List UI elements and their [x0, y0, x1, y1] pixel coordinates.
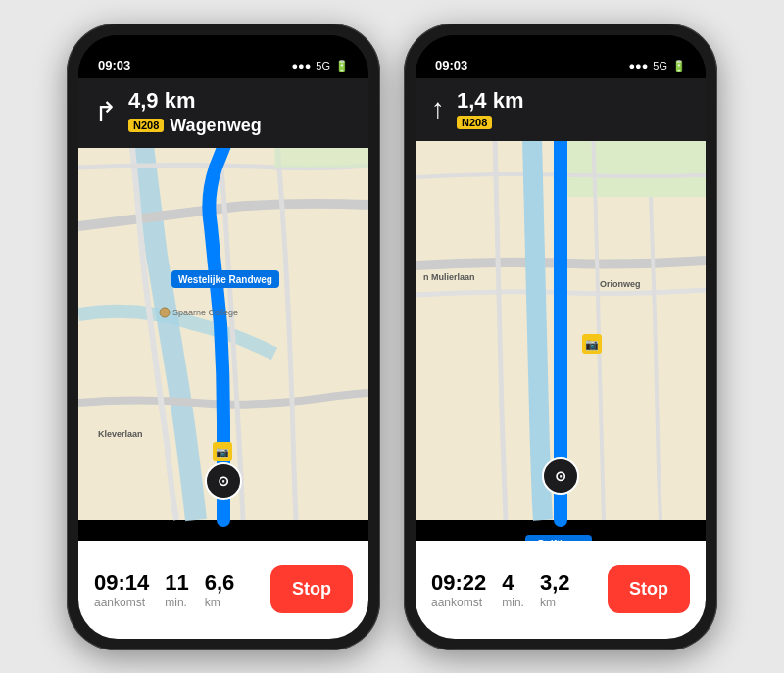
arrival-label-2: aankomst	[431, 596, 482, 609]
eta-group-1: 09:14 aankomst 11 min. 6,6 km	[94, 570, 270, 609]
eta-distance-2: 3,2 km	[540, 570, 570, 609]
svg-text:Westelijke Randweg: Westelijke Randweg	[178, 274, 272, 285]
road-name-1: Wagenweg	[170, 116, 261, 136]
phone-2: 09:03 ●●● 5G 🔋 ↑ 1,4 km N208	[404, 24, 717, 650]
eta-group-2: 09:22 aankomst 4 min. 3,2 km	[431, 570, 608, 609]
nav-distance-1: 4,9 km	[128, 88, 353, 114]
svg-text:Orionweg: Orionweg	[600, 279, 641, 289]
nav-distance-2: 1,4 km	[457, 88, 690, 114]
network-type-2: 5G	[653, 60, 667, 72]
signal-bars-1: ●●●	[291, 60, 311, 72]
minutes-label-1: min.	[165, 596, 187, 609]
status-icons-2: ●●● 5G 🔋	[628, 60, 686, 72]
svg-text:📷: 📷	[585, 337, 599, 351]
stop-button-1[interactable]: Stop	[270, 565, 353, 613]
distance-value-1: 6,6	[205, 570, 235, 596]
battery-icon-2: 🔋	[672, 60, 686, 72]
nav-info-2: 1,4 km N208	[457, 88, 690, 129]
svg-text:n Mulierlaan: n Mulierlaan	[423, 272, 475, 282]
svg-text:Spaarne College: Spaarne College	[172, 308, 238, 317]
distance-value-2: 3,2	[540, 570, 570, 596]
nav-road-row-2: N208	[457, 116, 690, 129]
nav-road-row-1: N208 Wagenweg	[128, 116, 353, 136]
distance-label-2: km	[540, 596, 556, 609]
eta-minutes-2: 4 min.	[502, 570, 524, 609]
nav-header-1: ↱ 4,9 km N208 Wagenweg	[78, 78, 368, 148]
notch-2	[492, 35, 629, 63]
nav-info-1: 4,9 km N208 Wagenweg	[128, 88, 353, 136]
stop-button-2[interactable]: Stop	[608, 565, 690, 613]
arrival-time-1: 09:14	[94, 570, 149, 596]
road-badge-1: N208	[128, 119, 164, 132]
svg-text:⊙: ⊙	[555, 468, 566, 484]
status-time-1: 09:03	[98, 58, 130, 72]
nav-header-2: ↑ 1,4 km N208	[416, 78, 706, 141]
notch-1	[155, 35, 292, 63]
signal-bars-2: ●●●	[628, 60, 648, 72]
eta-arrival-1: 09:14 aankomst	[94, 570, 149, 609]
status-icons-1: ●●● 5G 🔋	[291, 60, 349, 72]
map-area-2: ⊙ 📷 n Mulierlaan Orionweg Delftlaan NO	[416, 78, 706, 541]
distance-label-1: km	[205, 596, 220, 609]
svg-point-8	[160, 308, 170, 317]
status-time-2: 09:03	[435, 58, 467, 72]
direction-arrow-2: ↑	[431, 93, 445, 124]
eta-distance-1: 6,6 km	[205, 570, 235, 609]
battery-icon-1: 🔋	[335, 60, 349, 72]
minutes-label-2: min.	[502, 596, 524, 609]
network-type-1: 5G	[316, 60, 330, 72]
direction-arrow-1: ↱	[94, 96, 117, 128]
minutes-value-2: 4	[502, 570, 514, 596]
eta-arrival-2: 09:22 aankomst	[431, 570, 486, 609]
svg-text:Kleverlaan: Kleverlaan	[98, 429, 143, 439]
phone-1: 09:03 ●●● 5G 🔋 ↱ 4,9 km N208 Wagenweg	[67, 24, 380, 650]
eta-minutes-1: 11 min.	[165, 570, 188, 609]
minutes-value-1: 11	[165, 570, 188, 596]
nav-bottom-2: 09:22 aankomst 4 min. 3,2 km Stop	[416, 541, 706, 639]
svg-text:📷: 📷	[216, 445, 229, 458]
svg-text:⊙: ⊙	[218, 473, 229, 489]
nav-bottom-1: 09:14 aankomst 11 min. 6,6 km Stop	[78, 541, 368, 639]
road-badge-2: N208	[457, 116, 492, 129]
arrival-time-2: 09:22	[431, 570, 486, 596]
arrival-label-1: aankomst	[94, 596, 145, 609]
